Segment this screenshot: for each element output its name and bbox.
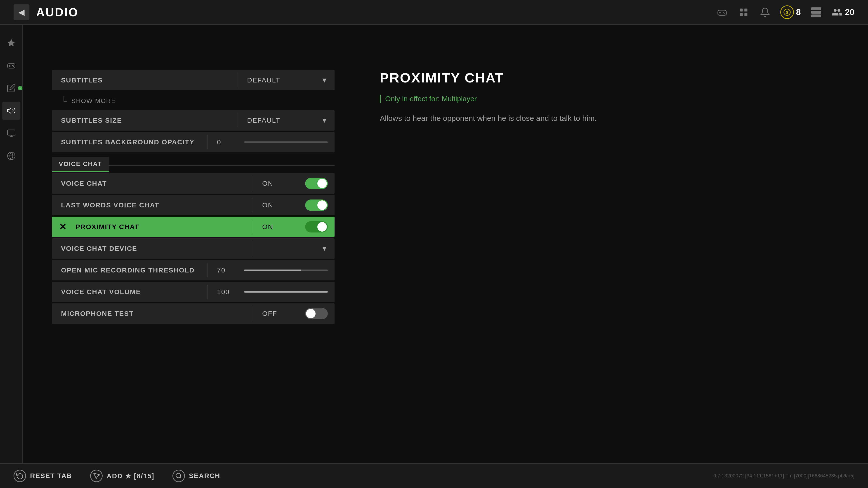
- voice-chat-value: ON: [253, 180, 289, 187]
- sidebar: !: [0, 25, 23, 463]
- microphone-test-toggle-switch[interactable]: [305, 308, 328, 319]
- close-icon: ✕: [59, 222, 66, 232]
- proximity-chat-row[interactable]: ✕ PROXIMITY CHAT ON: [52, 217, 335, 237]
- divider: [253, 242, 253, 255]
- toggle-knob: [317, 222, 327, 232]
- svg-text:$: $: [786, 10, 788, 15]
- slider-track[interactable]: [244, 269, 328, 271]
- coin-icon: $: [780, 5, 794, 19]
- search-small-icon: [173, 470, 185, 482]
- subtitles-size-label: SUBTITLES SIZE: [52, 117, 238, 124]
- proximity-chat-value: ON: [253, 223, 289, 231]
- reset-tab-label: RESET TAB: [30, 472, 72, 480]
- sidebar-item-favorites[interactable]: [2, 34, 20, 52]
- voice-chat-toggle-switch[interactable]: [305, 178, 328, 189]
- subtitles-dropdown[interactable]: ▼: [321, 76, 328, 84]
- subtitles-row[interactable]: SUBTITLES DEFAULT ▼: [52, 70, 335, 90]
- search-action[interactable]: SEARCH: [173, 470, 220, 482]
- voice-chat-device-label: VOICE CHAT DEVICE: [52, 245, 253, 252]
- proximity-chat-toggle[interactable]: [289, 221, 335, 232]
- open-mic-threshold-slider[interactable]: [244, 269, 335, 271]
- show-more-label: SHOW MORE: [71, 97, 116, 105]
- open-mic-threshold-label: OPEN MIC RECORDING THRESHOLD: [52, 266, 208, 274]
- microphone-test-row[interactable]: MICROPHONE TEST OFF: [52, 303, 335, 324]
- toggle-knob: [317, 179, 327, 188]
- sidebar-item-controller[interactable]: [2, 57, 20, 74]
- svg-rect-5: [740, 8, 743, 11]
- players-value: 20: [845, 7, 855, 17]
- subtitles-bg-opacity-slider[interactable]: [244, 141, 335, 143]
- settings-icon[interactable]: [810, 6, 822, 19]
- svg-point-4: [724, 13, 725, 13]
- subtitles-size-row[interactable]: SUBTITLES SIZE DEFAULT ▼: [52, 110, 335, 131]
- slider-track[interactable]: [244, 141, 328, 143]
- coin-display: $ 8: [780, 5, 801, 19]
- microphone-test-toggle[interactable]: [289, 308, 335, 319]
- open-mic-threshold-row[interactable]: OPEN MIC RECORDING THRESHOLD 70: [52, 260, 335, 281]
- proximity-chat-label: PROXIMITY CHAT: [66, 223, 253, 231]
- page-title: AUDIO: [36, 5, 79, 19]
- svg-line-27: [180, 477, 181, 478]
- section-divider-line: [109, 165, 335, 166]
- controller-icon[interactable]: [716, 6, 728, 19]
- last-words-value: ON: [253, 201, 289, 209]
- detail-subtitle-prefix: Only in effect for:: [385, 95, 442, 103]
- svg-rect-21: [7, 130, 15, 135]
- slider-fill: [244, 269, 301, 271]
- detail-panel: PROXIMITY CHAT Only in effect for: Multi…: [357, 25, 868, 463]
- show-more-icon: └: [61, 96, 67, 106]
- microphone-test-value: OFF: [253, 310, 289, 318]
- voice-chat-section-header: VOICE CHAT: [52, 157, 335, 172]
- last-words-voice-chat-row[interactable]: LAST WORDS VOICE CHAT ON: [52, 195, 335, 215]
- svg-rect-8: [744, 13, 747, 16]
- last-words-toggle[interactable]: [289, 199, 335, 211]
- svg-marker-20: [7, 108, 11, 113]
- voice-chat-row[interactable]: VOICE CHAT ON: [52, 173, 335, 194]
- sidebar-item-display[interactable]: [2, 124, 20, 142]
- voice-chat-device-row[interactable]: VOICE CHAT DEVICE ▼: [52, 238, 335, 259]
- voice-chat-label: VOICE CHAT: [52, 180, 253, 187]
- svg-rect-12: [811, 11, 821, 13]
- header: ◀ AUDIO $ 8 20: [0, 0, 868, 25]
- voice-chat-volume-slider[interactable]: [244, 291, 335, 293]
- reset-tab-action[interactable]: RESET TAB: [13, 470, 72, 482]
- detail-description: Allows to hear the opponent when he is c…: [380, 112, 845, 124]
- svg-rect-11: [811, 7, 821, 9]
- voice-chat-volume-label: VOICE CHAT VOLUME: [52, 288, 208, 296]
- bell-icon[interactable]: [759, 6, 771, 19]
- toggle-knob: [306, 309, 315, 318]
- subtitles-bg-opacity-row[interactable]: SUBTITLES BACKGROUND OPACITY 0: [52, 132, 335, 152]
- proximity-chat-toggle-switch[interactable]: [305, 221, 328, 232]
- chevron-down-icon: ▼: [321, 76, 328, 84]
- settings-panel: SUBTITLES DEFAULT ▼ └ SHOW MORE SUBTITLE…: [23, 25, 357, 463]
- grid-icon[interactable]: [737, 6, 750, 19]
- svg-point-26: [176, 473, 181, 478]
- add-favorite-label: ADD ★ [8/15]: [107, 472, 154, 480]
- show-more-row[interactable]: └ SHOW MORE: [52, 92, 335, 110]
- sidebar-item-audio[interactable]: [2, 102, 20, 120]
- back-button[interactable]: ◀: [13, 4, 29, 20]
- add-icon: [90, 470, 103, 482]
- detail-subtitle: Only in effect for: Multiplayer: [380, 95, 845, 103]
- voice-chat-volume-row[interactable]: VOICE CHAT VOLUME 100: [52, 282, 335, 302]
- voice-chat-toggle[interactable]: [289, 178, 335, 189]
- reset-icon: [13, 470, 26, 482]
- search-label: SEARCH: [189, 472, 220, 480]
- svg-point-3: [723, 12, 724, 13]
- sidebar-item-network[interactable]: [2, 147, 20, 165]
- subtitles-label: SUBTITLES: [52, 76, 238, 84]
- slider-track[interactable]: [244, 291, 328, 293]
- subtitles-control[interactable]: ▼: [289, 76, 335, 84]
- subtitles-bg-opacity-label: SUBTITLES BACKGROUND OPACITY: [52, 138, 208, 146]
- bottom-bar: RESET TAB ADD ★ [8/15] SEARCH 9.7.132000…: [0, 463, 868, 488]
- microphone-test-label: MICROPHONE TEST: [52, 310, 253, 318]
- detail-title: PROXIMITY CHAT: [380, 70, 845, 86]
- svg-point-18: [12, 65, 13, 66]
- add-favorite-action[interactable]: ADD ★ [8/15]: [90, 470, 154, 482]
- last-words-toggle-switch[interactable]: [305, 199, 328, 211]
- header-right: $ 8 20: [716, 5, 855, 19]
- sidebar-item-edit[interactable]: !: [2, 79, 20, 97]
- subtitles-size-control[interactable]: ▼: [289, 117, 335, 124]
- voice-chat-device-control[interactable]: ▼: [289, 245, 335, 252]
- coin-value: 8: [796, 7, 801, 17]
